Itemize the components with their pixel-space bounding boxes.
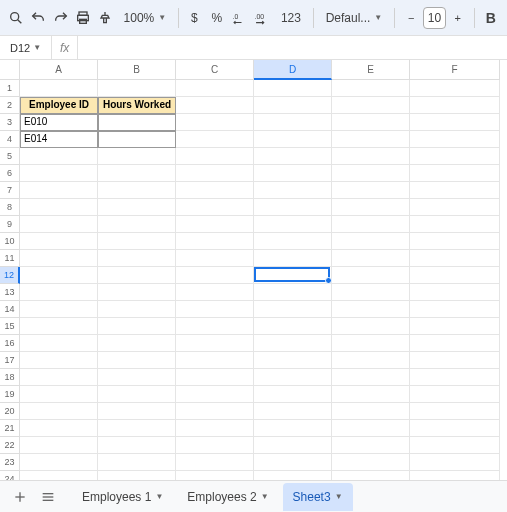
row-header[interactable]: 4 bbox=[0, 131, 20, 148]
increase-font-button[interactable]: + bbox=[448, 4, 468, 32]
row-header[interactable]: 20 bbox=[0, 403, 20, 420]
cell[interactable] bbox=[332, 216, 410, 233]
cell[interactable] bbox=[332, 335, 410, 352]
cell[interactable] bbox=[332, 403, 410, 420]
cell[interactable] bbox=[20, 233, 98, 250]
cell[interactable] bbox=[176, 471, 254, 480]
cell[interactable] bbox=[20, 250, 98, 267]
column-header[interactable]: C bbox=[176, 60, 254, 80]
cell[interactable] bbox=[176, 403, 254, 420]
cell[interactable] bbox=[176, 148, 254, 165]
cell[interactable]: E010 bbox=[20, 114, 98, 131]
cell[interactable] bbox=[98, 352, 176, 369]
cell[interactable] bbox=[410, 437, 500, 454]
cell[interactable] bbox=[20, 148, 98, 165]
cell[interactable] bbox=[332, 386, 410, 403]
cell[interactable] bbox=[254, 386, 332, 403]
cell[interactable] bbox=[176, 182, 254, 199]
cell[interactable] bbox=[98, 437, 176, 454]
cell[interactable] bbox=[332, 165, 410, 182]
cell[interactable] bbox=[176, 80, 254, 97]
cell[interactable] bbox=[254, 369, 332, 386]
cell[interactable] bbox=[176, 437, 254, 454]
number-format-button[interactable]: 123 bbox=[275, 4, 307, 32]
cell[interactable] bbox=[410, 352, 500, 369]
grid[interactable]: Employee IDHours WorkedE010E014 bbox=[20, 80, 500, 480]
cell[interactable] bbox=[410, 233, 500, 250]
cell[interactable] bbox=[98, 369, 176, 386]
cell[interactable] bbox=[254, 437, 332, 454]
decrease-font-button[interactable]: − bbox=[401, 4, 421, 32]
cell[interactable] bbox=[332, 267, 410, 284]
row-header[interactable]: 21 bbox=[0, 420, 20, 437]
redo-icon[interactable] bbox=[51, 4, 71, 32]
cell[interactable]: E014 bbox=[20, 131, 98, 148]
cell[interactable] bbox=[332, 471, 410, 480]
cell[interactable] bbox=[254, 216, 332, 233]
cell[interactable] bbox=[176, 165, 254, 182]
cell[interactable] bbox=[410, 148, 500, 165]
cell[interactable] bbox=[98, 216, 176, 233]
cell[interactable] bbox=[332, 114, 410, 131]
cell[interactable] bbox=[410, 80, 500, 97]
cell[interactable] bbox=[176, 97, 254, 114]
font-dropdown[interactable]: Defaul...▼ bbox=[320, 4, 389, 32]
cell[interactable] bbox=[20, 318, 98, 335]
cell[interactable]: Hours Worked bbox=[98, 97, 176, 114]
cell[interactable] bbox=[254, 131, 332, 148]
cell[interactable] bbox=[332, 199, 410, 216]
cell[interactable] bbox=[20, 403, 98, 420]
undo-icon[interactable] bbox=[28, 4, 48, 32]
row-header[interactable]: 6 bbox=[0, 165, 20, 182]
cell[interactable] bbox=[176, 301, 254, 318]
cell[interactable] bbox=[20, 301, 98, 318]
row-header[interactable]: 9 bbox=[0, 216, 20, 233]
cell[interactable] bbox=[20, 386, 98, 403]
cell[interactable] bbox=[410, 454, 500, 471]
cell[interactable] bbox=[98, 199, 176, 216]
row-header[interactable]: 1 bbox=[0, 80, 20, 97]
cell[interactable] bbox=[332, 352, 410, 369]
cell[interactable] bbox=[410, 335, 500, 352]
column-header[interactable]: E bbox=[332, 60, 410, 80]
cell[interactable] bbox=[332, 420, 410, 437]
column-header[interactable]: F bbox=[410, 60, 500, 80]
chevron-down-icon[interactable]: ▼ bbox=[155, 492, 163, 501]
currency-button[interactable]: $ bbox=[185, 4, 204, 32]
cell[interactable] bbox=[410, 403, 500, 420]
cell[interactable] bbox=[254, 97, 332, 114]
chevron-down-icon[interactable]: ▼ bbox=[335, 492, 343, 501]
cell[interactable] bbox=[332, 233, 410, 250]
sheet-tab[interactable]: Employees 2▼ bbox=[177, 483, 278, 511]
cell[interactable] bbox=[254, 267, 332, 284]
bold-button[interactable]: B bbox=[481, 4, 501, 32]
zoom-dropdown[interactable]: 100%▼ bbox=[118, 4, 173, 32]
all-sheets-button[interactable] bbox=[36, 485, 60, 509]
cell[interactable] bbox=[98, 318, 176, 335]
cell[interactable]: Employee ID bbox=[20, 97, 98, 114]
row-header[interactable]: 15 bbox=[0, 318, 20, 335]
cell[interactable] bbox=[332, 182, 410, 199]
cell[interactable] bbox=[20, 216, 98, 233]
cell[interactable] bbox=[332, 454, 410, 471]
cell[interactable] bbox=[410, 369, 500, 386]
cell[interactable] bbox=[176, 131, 254, 148]
cell[interactable] bbox=[98, 284, 176, 301]
cell[interactable] bbox=[410, 182, 500, 199]
row-header[interactable]: 19 bbox=[0, 386, 20, 403]
cell[interactable] bbox=[20, 420, 98, 437]
cell[interactable] bbox=[254, 335, 332, 352]
cell[interactable] bbox=[410, 267, 500, 284]
cell[interactable] bbox=[332, 318, 410, 335]
cell[interactable] bbox=[20, 369, 98, 386]
cell[interactable] bbox=[410, 250, 500, 267]
print-icon[interactable] bbox=[73, 4, 93, 32]
row-header[interactable]: 24 bbox=[0, 471, 20, 480]
cell[interactable] bbox=[332, 148, 410, 165]
cell[interactable] bbox=[176, 352, 254, 369]
cell[interactable] bbox=[254, 352, 332, 369]
cell[interactable] bbox=[98, 420, 176, 437]
row-header[interactable]: 22 bbox=[0, 437, 20, 454]
cell[interactable] bbox=[98, 267, 176, 284]
row-header[interactable]: 7 bbox=[0, 182, 20, 199]
